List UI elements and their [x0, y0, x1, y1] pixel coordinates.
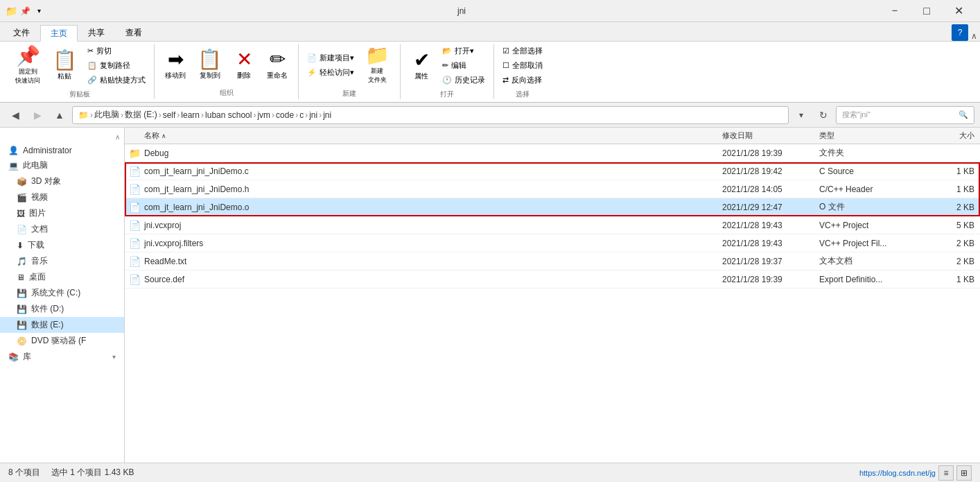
edit-icon: ✏	[442, 61, 448, 70]
file-name-debug: Debug	[141, 148, 717, 158]
sidebar-item-music[interactable]: 🎵 音乐	[0, 253, 124, 269]
sidebar-item-desktop[interactable]: 🖥 桌面	[0, 269, 124, 285]
file-row-debug[interactable]: 📁 Debug 2021/1/28 19:39 文件夹	[125, 144, 980, 162]
list-view-button[interactable]: ≡	[938, 465, 954, 481]
easy-access-button[interactable]: ⚡ 轻松访问▾	[304, 66, 357, 79]
sidebar-item-this-pc[interactable]: 💻 此电脑	[0, 157, 124, 173]
path-code[interactable]: code	[276, 110, 294, 120]
file-date-readme: 2021/1/28 19:37	[717, 257, 814, 266]
maximize-button[interactable]: □	[911, 0, 943, 22]
website-link[interactable]: https://blog.csdn.net/jg	[859, 469, 936, 477]
file-row-vcxproj[interactable]: 📄 jni.vcxproj 2021/1/28 19:43 VC++ Proje…	[125, 216, 980, 234]
pin-to-quick-access-button[interactable]: 📌 固定到 快速访问	[11, 45, 44, 87]
help-button[interactable]: ?	[952, 24, 968, 41]
path-jni-2[interactable]: jni	[323, 110, 331, 120]
ribbon-group-clipboard: 📌 固定到 快速访问 📋 粘贴 ✂ 剪切 📋 复制路径 🔗	[6, 44, 155, 99]
sidebar-item-downloads[interactable]: ⬇ 下载	[0, 237, 124, 253]
file-row-jni-h[interactable]: 📄 com_jt_learn_jni_JniDemo.h 2021/1/28 1…	[125, 180, 980, 198]
copy-path-button[interactable]: 📋 复制路径	[85, 59, 148, 72]
new-folder-icon: 📁	[365, 46, 390, 65]
sidebar-item-videos[interactable]: 🎬 视频	[0, 189, 124, 205]
new-item-button[interactable]: 📄 新建项目▾	[304, 51, 357, 64]
ribbon-group-select: ☑ 全部选择 ☐ 全部取消 ⇄ 反向选择 选择	[494, 44, 551, 99]
paste-button[interactable]: 📋 粘贴	[47, 49, 82, 83]
col-date[interactable]: 修改日期	[717, 130, 814, 141]
sidebar-item-documents[interactable]: 📄 文档	[0, 221, 124, 237]
easy-access-icon: ⚡	[307, 68, 317, 77]
file-type-filters: VC++ Project Fil...	[814, 239, 925, 248]
sidebar: ∧ 👤 Administrator 💻 此电脑 📦 3D 对象 🎬 视频 🖼 图…	[0, 128, 125, 463]
history-button[interactable]: 🕐 历史记录	[439, 74, 488, 87]
move-to-button[interactable]: ➡ 移动到	[160, 49, 191, 82]
close-button[interactable]: ✕	[943, 0, 974, 22]
file-date-jni-o: 2021/1/29 12:47	[717, 203, 814, 212]
organize-label: 组织	[220, 87, 234, 99]
path-jni-1[interactable]: jni	[309, 110, 317, 120]
select-all-button[interactable]: ☑ 全部选择	[500, 44, 545, 58]
sidebar-item-software-d[interactable]: 💾 软件 (D:)	[0, 301, 124, 317]
file-row-readme[interactable]: 📄 ReadMe.txt 2021/1/28 19:37 文本文档 2 KB	[125, 252, 980, 270]
path-self[interactable]: self	[163, 110, 176, 120]
file-row-filters[interactable]: 📄 jni.vcxproj.filters 2021/1/28 19:43 VC…	[125, 234, 980, 252]
invert-selection-button[interactable]: ⇄ 反向选择	[500, 74, 545, 87]
properties-button[interactable]: ✔ 属性	[406, 49, 437, 83]
path-learn[interactable]: learn	[181, 110, 200, 120]
path-c[interactable]: c	[299, 110, 304, 120]
tab-home[interactable]: 主页	[40, 25, 78, 42]
sidebar-item-dvd[interactable]: 📀 DVD 驱动器 (F	[0, 333, 124, 349]
path-data-e[interactable]: 数据 (E:)	[125, 109, 157, 121]
file-type-jni-h: C/C++ Header	[814, 184, 925, 194]
col-size[interactable]: 大小	[925, 130, 980, 141]
title-bar: 📁 📌 ▾ jni － □ ✕	[0, 0, 980, 22]
cut-button[interactable]: ✂ 剪切	[85, 44, 148, 58]
paste-label: 粘贴	[58, 71, 71, 81]
copy-to-button[interactable]: 📋 复制到	[193, 49, 226, 82]
forward-button[interactable]: ▶	[28, 105, 47, 125]
sidebar-item-administrator[interactable]: 👤 Administrator	[0, 144, 124, 157]
address-dropdown-button[interactable]: ▾	[791, 105, 811, 125]
sidebar-item-library[interactable]: 📚 库 ▾	[0, 349, 124, 365]
file-date-debug: 2021/1/28 19:39	[717, 148, 814, 158]
rename-button[interactable]: ✏ 重命名	[262, 49, 292, 82]
delete-button[interactable]: ✕ 删除	[229, 49, 259, 82]
open-button[interactable]: 📂 打开▾	[439, 44, 488, 58]
col-type[interactable]: 类型	[814, 130, 925, 141]
path-this-pc[interactable]: 此电脑	[94, 109, 119, 121]
search-box[interactable]: 搜索"jni" 🔍	[836, 106, 974, 124]
file-row-source-def[interactable]: 📄 Source.def 2021/1/28 19:39 Export Defi…	[125, 270, 980, 289]
clipboard-label: 剪贴板	[69, 88, 90, 101]
address-path[interactable]: 📁 › 此电脑 › 数据 (E:) › self › learn › luban…	[72, 106, 789, 124]
details-view-button[interactable]: ⊞	[956, 465, 972, 481]
address-bar: ◀ ▶ ▲ 📁 › 此电脑 › 数据 (E:) › self › learn ›…	[0, 103, 980, 128]
up-button[interactable]: ▲	[50, 105, 69, 125]
minimize-button[interactable]: －	[879, 0, 911, 22]
paste-shortcut-button[interactable]: 🔗 粘贴快捷方式	[85, 74, 148, 87]
path-jvm[interactable]: jvm	[257, 110, 270, 120]
sidebar-item-system-c[interactable]: 💾 系统文件 (C:)	[0, 285, 124, 301]
sidebar-item-data-e[interactable]: 💾 数据 (E:)	[0, 317, 124, 333]
file-name-jni-o: com_jt_learn_jni_JniDemo.o	[141, 203, 717, 212]
col-name[interactable]: 名称 ∧	[139, 130, 717, 141]
sidebar-item-pictures[interactable]: 🖼 图片	[0, 205, 124, 221]
unselect-all-button[interactable]: ☐ 全部取消	[500, 59, 545, 72]
sidebar-collapse-button[interactable]: ∧	[114, 132, 121, 142]
search-icon: 🔍	[959, 110, 968, 119]
3d-icon: 📦	[17, 177, 27, 187]
file-row-jni-o[interactable]: 📄 com_jt_learn_jni_JniDemo.o 2021/1/29 1…	[125, 198, 980, 216]
item-count: 8 个项目	[8, 467, 40, 479]
file-row-jni-c[interactable]: 📄 com_jt_learn_jni_JniDemo.c 2021/1/28 1…	[125, 162, 980, 180]
sidebar-item-3d-objects[interactable]: 📦 3D 对象	[0, 173, 124, 189]
edit-button[interactable]: ✏ 编辑	[439, 59, 488, 72]
tab-view[interactable]: 查看	[115, 24, 152, 41]
ribbon-collapse-button[interactable]: ∧	[971, 31, 977, 41]
new-small-buttons: 📄 新建项目▾ ⚡ 轻松访问▾	[304, 51, 357, 79]
back-button[interactable]: ◀	[6, 105, 25, 125]
new-folder-button[interactable]: 📁 新建 文件夹	[360, 44, 394, 86]
tab-share[interactable]: 共享	[78, 24, 115, 41]
folder-debug-icon: 📁	[128, 146, 141, 160]
tab-file[interactable]: 文件	[3, 24, 40, 41]
refresh-button[interactable]: ↻	[814, 105, 833, 125]
path-luban-school[interactable]: luban school	[205, 110, 252, 120]
file-size-jni-o: 2 KB	[925, 203, 980, 212]
file-name-jni-c: com_jt_learn_jni_JniDemo.c	[141, 166, 717, 176]
